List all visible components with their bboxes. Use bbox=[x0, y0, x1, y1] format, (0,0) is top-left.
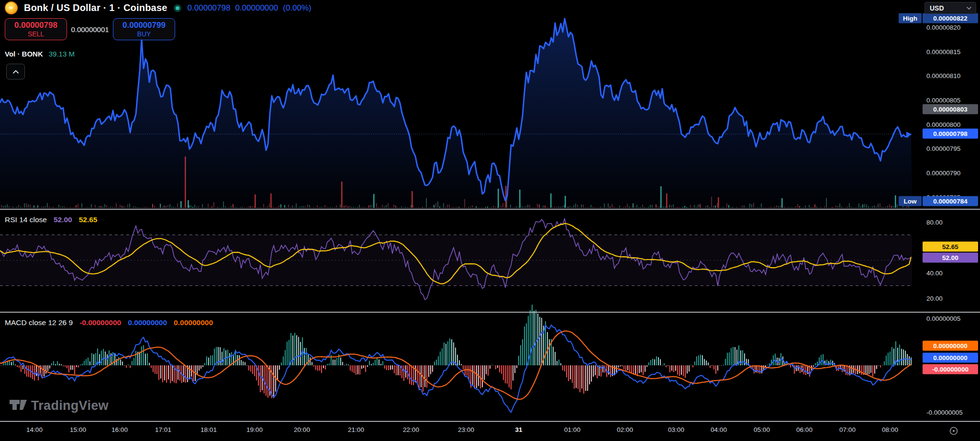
chevron-down-icon bbox=[966, 6, 972, 10]
time-tick: 07:00 bbox=[839, 426, 856, 433]
tradingview-chart-app: { "header": { "symbol_title": "Bonk / US… bbox=[0, 0, 980, 441]
time-tick: 14:00 bbox=[26, 426, 43, 433]
sell-label: SELL bbox=[28, 30, 44, 38]
time-tick: 01:00 bbox=[564, 426, 580, 433]
time-tick: 31 bbox=[515, 426, 522, 433]
time-tick: 02:00 bbox=[617, 426, 633, 433]
price-tick: 0.00000810 bbox=[926, 72, 960, 79]
pane-separator-rsi-macd[interactable] bbox=[0, 312, 980, 313]
time-tick: 03:00 bbox=[668, 426, 684, 433]
pane-separator-time-axis bbox=[0, 421, 980, 422]
price-area-fill bbox=[0, 19, 912, 209]
pane-separator-price-rsi[interactable] bbox=[0, 209, 980, 210]
macd-legend: MACD close 12 26 9 -0.00000000 0.0000000… bbox=[5, 318, 213, 327]
tradingview-logo-text: TradingView bbox=[31, 398, 109, 413]
macd-value-badge: 0.00000000 bbox=[923, 353, 978, 363]
tradingview-logo-icon bbox=[10, 400, 27, 412]
currency-value: USD bbox=[930, 4, 944, 12]
time-tick: 20:00 bbox=[294, 426, 310, 433]
bonk-logo-icon bbox=[5, 1, 18, 14]
macd-title[interactable]: MACD close 12 26 9 bbox=[5, 318, 73, 327]
buy-price: 0.00000799 bbox=[122, 21, 166, 30]
symbol-header: Bonk / US Dollar · 1 · Coinbase 0.000007… bbox=[5, 1, 312, 14]
time-tick: 19:00 bbox=[246, 426, 263, 433]
price-tick: 0.00000820 bbox=[926, 24, 960, 31]
price-tick: 0.00000805 bbox=[926, 97, 960, 104]
spread-value: 0.00000001 bbox=[67, 25, 113, 34]
tradingview-watermark[interactable]: TradingView bbox=[10, 398, 109, 413]
quote-values: 0.00000798 0.00000000 (0.00%) bbox=[188, 3, 312, 13]
chevron-up-icon bbox=[12, 69, 20, 75]
order-buttons: 0.00000798 SELL 0.00000001 0.00000799 BU… bbox=[5, 18, 175, 40]
rsi-tick: 40.00 bbox=[926, 270, 943, 277]
rsi-ma-value: 52.65 bbox=[79, 215, 98, 224]
buy-label: BUY bbox=[137, 30, 151, 38]
sell-price: 0.00000798 bbox=[14, 21, 57, 30]
macd-line-value: 0.00000000 bbox=[128, 318, 167, 327]
currency-dropdown[interactable]: USD bbox=[924, 2, 976, 14]
rsi-legend: RSI 14 close 52.00 52.65 bbox=[5, 215, 97, 224]
time-tick: 06:00 bbox=[796, 426, 813, 433]
time-tick: 22:00 bbox=[403, 426, 419, 433]
price-tick: 0.00000790 bbox=[926, 170, 960, 177]
macd-signal-value: 0.00000000 bbox=[174, 318, 213, 327]
macd-signal-badge: 0.00000000 bbox=[923, 341, 978, 351]
time-tick: 17:01 bbox=[155, 426, 171, 433]
price-tick: 0.00000800 bbox=[926, 121, 960, 128]
chart-svg bbox=[0, 0, 912, 422]
macd-hist-value: -0.00000000 bbox=[79, 318, 121, 327]
macd-hist-badge: -0.00000000 bbox=[923, 364, 978, 374]
collapse-legend-button[interactable] bbox=[6, 64, 25, 79]
time-tick: 21:00 bbox=[348, 426, 364, 433]
rsi-title[interactable]: RSI 14 close bbox=[5, 215, 47, 224]
volume-legend: Vol · BONK 39.13 M bbox=[5, 50, 75, 58]
time-scale[interactable]: 14:0015:0016:0017:0118:0119:0020:0021:00… bbox=[0, 422, 980, 441]
last-price-badge: 0.00000798 bbox=[923, 129, 978, 139]
macd-tick: -0.00000005 bbox=[926, 409, 963, 416]
quote-last-price: 0.00000798 bbox=[188, 3, 231, 13]
price-tick: 0.00000795 bbox=[926, 145, 960, 152]
macd-tick: 0.00000005 bbox=[926, 315, 960, 322]
rsi-value-badge: 52.00 bbox=[923, 253, 978, 263]
volume-value: 39.13 M bbox=[49, 50, 75, 58]
chart-canvas[interactable] bbox=[0, 0, 912, 422]
time-tick: 23:00 bbox=[458, 426, 474, 433]
timezone-clock-button[interactable] bbox=[948, 426, 959, 436]
high-price-badge: 0.00000822 bbox=[923, 13, 978, 23]
rsi-ma-badge: 52.65 bbox=[923, 242, 978, 252]
low-price-badge: 0.00000784 bbox=[923, 196, 978, 206]
sell-button[interactable]: 0.00000798 SELL bbox=[5, 18, 67, 40]
buy-button[interactable]: 0.00000799 BUY bbox=[113, 18, 175, 40]
price-scale[interactable]: 0.000008200.000008150.000008100.00000805… bbox=[912, 0, 980, 422]
time-tick: 04:00 bbox=[711, 426, 727, 433]
countdown-price-badge: 0.00000803 bbox=[923, 104, 978, 114]
market-status-icon[interactable] bbox=[174, 4, 181, 12]
time-tick: 05:00 bbox=[754, 426, 770, 433]
rsi-tick: 20.00 bbox=[926, 295, 943, 302]
time-tick: 15:00 bbox=[70, 426, 86, 433]
quote-change: 0.00000000 bbox=[235, 3, 278, 13]
macd-line bbox=[0, 325, 911, 412]
price-tick: 0.00000815 bbox=[926, 48, 960, 56]
time-tick: 08:00 bbox=[882, 426, 898, 433]
time-tick: 18:01 bbox=[200, 426, 217, 433]
clock-icon bbox=[948, 426, 959, 436]
rsi-value: 52.00 bbox=[54, 215, 72, 224]
volume-label[interactable]: Vol · BONK bbox=[5, 50, 43, 58]
time-tick: 16:00 bbox=[111, 426, 128, 433]
symbol-title[interactable]: Bonk / US Dollar · 1 · Coinbase bbox=[24, 2, 167, 13]
quote-change-percent: (0.00%) bbox=[283, 3, 312, 13]
rsi-tick: 80.00 bbox=[926, 219, 943, 226]
